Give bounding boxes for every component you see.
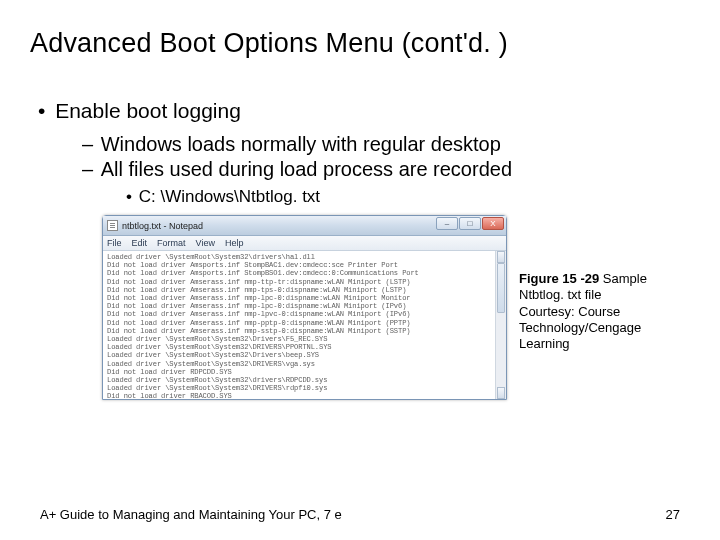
- bullet-files-recorded: All files used during load process are r…: [104, 158, 690, 181]
- menu-file[interactable]: File: [107, 238, 122, 248]
- figure-desc-2: Courtesy: Course Technology/Cengage Lear…: [519, 304, 641, 352]
- menu-format[interactable]: Format: [157, 238, 186, 248]
- figure-caption: Figure 15 -29 Sample Ntbtlog. txt file C…: [519, 271, 669, 352]
- close-button[interactable]: X: [482, 217, 504, 230]
- menu-view[interactable]: View: [196, 238, 215, 248]
- notepad-icon: [107, 220, 118, 231]
- figure-label: Figure 15 -29: [519, 271, 599, 286]
- notepad-text: Loaded driver \SystemRoot\System32\drive…: [107, 253, 502, 399]
- page-number: 27: [666, 507, 680, 522]
- footer: A+ Guide to Managing and Maintaining You…: [40, 507, 680, 522]
- menu-edit[interactable]: Edit: [132, 238, 148, 248]
- figure-row: ntbtlog.txt - Notepad – □ X File Edit Fo…: [102, 215, 690, 400]
- bullet-enable-boot-logging: Enable boot logging: [56, 99, 690, 123]
- notepad-menubar: File Edit Format View Help: [103, 236, 506, 251]
- scrollbar-thumb[interactable]: [497, 263, 505, 313]
- menu-help[interactable]: Help: [225, 238, 244, 248]
- footer-left: A+ Guide to Managing and Maintaining You…: [40, 507, 342, 522]
- notepad-window: ntbtlog.txt - Notepad – □ X File Edit Fo…: [102, 215, 507, 400]
- bullet-loads-normally: Windows loads normally with regular desk…: [104, 133, 690, 156]
- bullet-path: C: \Windows\Ntbtlog. txt: [142, 187, 690, 207]
- notepad-titlebar: ntbtlog.txt - Notepad – □ X: [103, 216, 506, 236]
- slide-title: Advanced Boot Options Menu (cont'd. ): [30, 28, 690, 59]
- window-controls: – □ X: [436, 217, 504, 230]
- scrollbar[interactable]: [495, 251, 506, 399]
- maximize-button[interactable]: □: [459, 217, 481, 230]
- notepad-title: ntbtlog.txt - Notepad: [122, 221, 203, 231]
- notepad-body: Loaded driver \SystemRoot\System32\drive…: [103, 251, 506, 399]
- minimize-button[interactable]: –: [436, 217, 458, 230]
